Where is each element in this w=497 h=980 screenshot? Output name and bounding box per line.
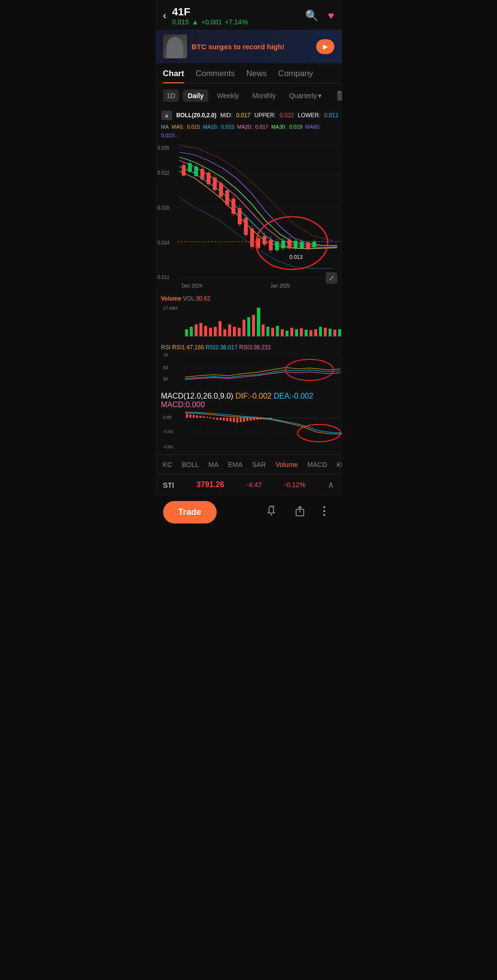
stock-price: 0.015	[172, 18, 189, 26]
boll-bar: ▲ BOLL(20.0,2.0) MID:0.017 UPPER:0.022 L…	[155, 108, 342, 123]
period-1d-button[interactable]: 1D	[163, 89, 179, 102]
svg-rect-66	[219, 321, 221, 336]
vol-indicator-label: VOL:	[183, 295, 196, 302]
macd-section: MACD(12.0,26.0,9.0) DIF:-0.002 DEA:-0.00…	[155, 389, 342, 455]
svg-rect-122	[243, 418, 245, 422]
ind-ma-button[interactable]: MA	[207, 460, 221, 469]
chart-svg: 0.025 0.022 0.018 0.014 0.011 Dec 2024 J…	[155, 140, 342, 293]
tab-news[interactable]: News	[246, 69, 267, 83]
price-pct: +7.14%	[225, 18, 248, 26]
back-button[interactable]: ‹	[163, 10, 166, 22]
svg-rect-110	[203, 416, 205, 418]
svg-rect-87	[319, 327, 322, 336]
svg-line-134	[273, 506, 274, 507]
svg-rect-72	[247, 317, 250, 336]
svg-rect-71	[243, 320, 245, 336]
svg-text:0.025: 0.025	[157, 145, 169, 151]
rsi-label: RSI RSI1:47.166 RSI2:38.017 RSI3:36.231	[161, 344, 336, 351]
banner-person-image	[163, 34, 187, 58]
boll-upper-val: 0.022	[279, 112, 294, 119]
candlestick-chart[interactable]: 0.025 0.022 0.018 0.014 0.011 Dec 2024 J…	[155, 140, 342, 293]
macd-macd-label: MACD:	[161, 401, 186, 409]
header-icons: 🔍 ♥	[305, 10, 334, 22]
boll-expand-button[interactable]: ▲	[161, 111, 173, 120]
svg-text:0.013: 0.013	[289, 254, 303, 260]
candlestick-type-button[interactable]: ⬛	[334, 89, 342, 103]
svg-text:0.00: 0.00	[163, 415, 172, 420]
period-daily-button[interactable]: Daily	[183, 89, 208, 102]
period-weekly-button[interactable]: Weekly	[212, 89, 244, 102]
svg-rect-89	[329, 329, 331, 336]
svg-rect-88	[324, 328, 327, 336]
ma-label: MA	[161, 124, 169, 130]
search-icon[interactable]: 🔍	[305, 10, 318, 22]
quarterly-label: Quarterly	[289, 92, 317, 100]
ticker-price: 3791.26	[197, 480, 224, 489]
period-quarterly-button[interactable]: Quarterly ▾	[285, 89, 327, 102]
svg-rect-116	[223, 418, 225, 421]
expand-chart-button[interactable]: ⤢	[326, 272, 337, 284]
svg-rect-123	[246, 418, 248, 421]
ind-kdj-button[interactable]: KDJ	[335, 460, 342, 469]
svg-rect-117	[226, 418, 228, 421]
svg-rect-86	[314, 329, 317, 336]
price-arrow: ▲	[192, 18, 199, 26]
volume-title: Volume	[161, 295, 181, 302]
svg-rect-107	[193, 415, 195, 418]
ind-macd-button[interactable]: MACD	[306, 460, 329, 469]
macd-dea-val: -0.002	[292, 392, 313, 400]
tab-company[interactable]: Company	[278, 69, 313, 83]
stock-info: 41F 0.015 ▲ +0.001 +7.14%	[172, 6, 248, 26]
svg-rect-74	[257, 308, 260, 336]
chart-controls: 1D Daily Weekly Monthly Quarterly ▾ ⬛ ⊞	[155, 84, 342, 108]
svg-rect-85	[309, 330, 312, 336]
ind-kc-button[interactable]: KC	[161, 460, 174, 469]
share-button[interactable]	[286, 501, 314, 523]
tab-chart[interactable]: Chart	[163, 69, 184, 83]
boll-lower-val: 0.011	[324, 112, 339, 119]
svg-rect-78	[276, 326, 279, 336]
heart-icon[interactable]: ♥	[328, 10, 334, 22]
svg-rect-75	[262, 324, 265, 336]
svg-rect-69	[233, 327, 236, 336]
svg-text:-0.00: -0.00	[163, 429, 173, 434]
ma10-val: 0.015	[221, 124, 234, 130]
header: ‹ 41F 0.015 ▲ +0.001 +7.14% 🔍 ♥	[155, 0, 342, 30]
ma10-label: MA10:	[203, 124, 218, 130]
alert-button[interactable]	[257, 501, 286, 523]
stock-code: 41F	[172, 6, 248, 18]
svg-rect-105	[186, 414, 188, 418]
ind-volume-button[interactable]: Volume	[274, 460, 300, 469]
svg-point-132	[270, 514, 272, 515]
rsi2-label: RSI2:	[206, 344, 220, 351]
svg-rect-106	[189, 414, 191, 418]
svg-rect-63	[204, 326, 207, 336]
macd-dif-val: -0.002	[250, 392, 271, 400]
more-icon	[323, 505, 326, 517]
more-button[interactable]	[314, 501, 334, 523]
period-monthly-button[interactable]: Monthly	[248, 89, 281, 102]
svg-rect-119	[233, 418, 235, 422]
svg-rect-68	[228, 324, 231, 336]
ind-ema-button[interactable]: EMA	[226, 460, 244, 469]
svg-text:0.022: 0.022	[157, 170, 169, 176]
ind-boll-button[interactable]: BOLL	[180, 460, 201, 469]
svg-rect-111	[206, 417, 208, 418]
bottom-ticker[interactable]: STI 3791.26 -4.47 -0.12% ∧	[155, 474, 342, 495]
svg-rect-79	[281, 329, 284, 336]
boll-upper-label: UPPER:	[254, 112, 276, 119]
svg-rect-83	[300, 328, 303, 336]
ma20-val: 0.017	[255, 124, 268, 130]
tab-comments[interactable]: Comments	[196, 69, 235, 83]
ticker-change: -4.47	[246, 481, 262, 489]
svg-rect-115	[220, 418, 221, 420]
svg-rect-121	[240, 418, 242, 422]
banner-button[interactable]: ▶	[316, 39, 334, 54]
boll-label: BOLL(20.0,2.0)	[176, 112, 216, 119]
ind-sar-button[interactable]: SAR	[250, 460, 268, 469]
boll-mid-val: 0.017	[236, 112, 251, 119]
indicator-bar: KC BOLL MA EMA SAR Volume MACD KDJ ARBR	[155, 455, 342, 474]
svg-text:Jan 2025: Jan 2025	[270, 283, 290, 289]
trade-button[interactable]: Trade	[163, 501, 217, 523]
ma5-label: MA5:	[172, 124, 184, 130]
